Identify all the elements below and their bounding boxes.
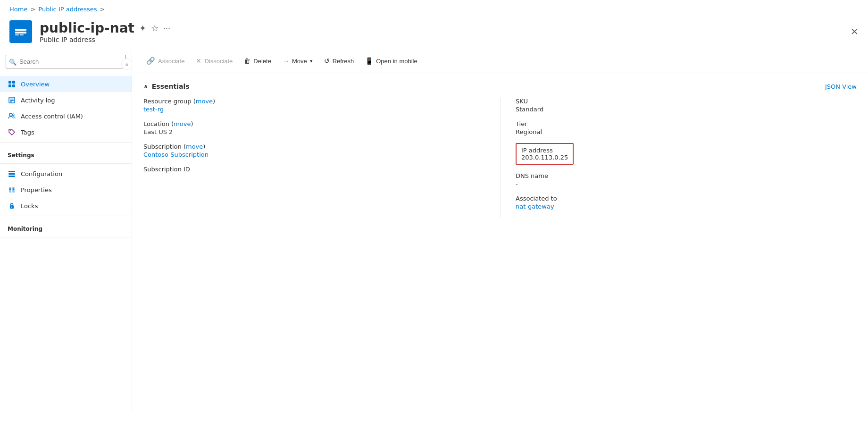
dns-name-field: DNS name - bbox=[516, 172, 857, 187]
resource-group-field: Resource group (move) test-rg bbox=[143, 98, 485, 113]
associate-label: Associate bbox=[158, 58, 184, 65]
delete-button[interactable]: 🗑 Delete bbox=[239, 54, 276, 67]
overview-label: Overview bbox=[21, 81, 50, 88]
locks-icon bbox=[8, 202, 16, 210]
collapse-icon: ∧ bbox=[143, 83, 148, 90]
open-mobile-label: Open in mobile bbox=[376, 58, 417, 65]
tier-field: Tier Regional bbox=[516, 120, 857, 135]
breadcrumb-public-ip[interactable]: Public IP addresses bbox=[38, 6, 97, 13]
resource-subtitle: Public IP address bbox=[40, 36, 170, 43]
svg-rect-5 bbox=[12, 81, 15, 84]
dissociate-icon: ✕ bbox=[196, 57, 201, 65]
sku-label: SKU bbox=[516, 98, 857, 105]
subscription-move-link[interactable]: move bbox=[186, 143, 203, 150]
associate-button[interactable]: 🔗 Associate bbox=[142, 54, 189, 68]
svg-rect-3 bbox=[20, 34, 24, 35]
sidebar-item-access-control[interactable]: Access control (IAM) bbox=[0, 108, 132, 124]
resource-group-value[interactable]: test-rg bbox=[143, 106, 485, 113]
svg-rect-11 bbox=[10, 101, 12, 102]
resource-title: public-ip-nat bbox=[40, 20, 134, 36]
location-value: East US 2 bbox=[143, 128, 485, 135]
locks-label: Locks bbox=[21, 202, 38, 210]
breadcrumb: Home > Public IP addresses > bbox=[0, 0, 868, 17]
subscription-field: Subscription (move) Contoso Subscription bbox=[143, 143, 485, 158]
move-chevron-icon: ▾ bbox=[310, 58, 313, 64]
ip-address-label: IP address bbox=[521, 147, 568, 154]
json-view-link[interactable]: JSON View bbox=[825, 83, 857, 90]
associated-to-field: Associated to nat-gateway bbox=[516, 195, 857, 210]
sidebar-item-activity-log[interactable]: Activity log bbox=[0, 92, 132, 108]
essentials-title: ∧ Essentials bbox=[143, 83, 190, 90]
mobile-icon: 📱 bbox=[365, 57, 373, 65]
more-button[interactable]: ··· bbox=[163, 23, 170, 33]
sidebar-item-properties[interactable]: Properties bbox=[0, 182, 132, 198]
move-icon: → bbox=[283, 57, 289, 65]
close-button[interactable]: ✕ bbox=[851, 26, 859, 37]
svg-rect-16 bbox=[8, 173, 15, 175]
sidebar-item-tags[interactable]: Tags bbox=[0, 124, 132, 140]
properties-label: Properties bbox=[21, 186, 52, 194]
svg-rect-1 bbox=[15, 32, 26, 34]
breadcrumb-sep2: > bbox=[100, 6, 105, 13]
tier-value: Regional bbox=[516, 128, 857, 135]
delete-icon: 🗑 bbox=[244, 57, 250, 65]
svg-rect-17 bbox=[8, 176, 15, 177]
dissociate-label: Dissociate bbox=[204, 58, 233, 65]
subscription-id-label: Subscription ID bbox=[143, 166, 485, 173]
breadcrumb-sep1: > bbox=[30, 6, 35, 13]
breadcrumb-home[interactable]: Home bbox=[9, 6, 27, 13]
svg-rect-10 bbox=[10, 100, 14, 101]
sidebar-item-locks[interactable]: Locks bbox=[0, 198, 132, 214]
associated-to-label: Associated to bbox=[516, 195, 857, 202]
move-label: Move bbox=[292, 58, 307, 65]
resource-group-move-link[interactable]: move bbox=[196, 98, 213, 105]
associated-to-value[interactable]: nat-gateway bbox=[516, 203, 857, 210]
monitoring-section-title: Monitoring bbox=[0, 218, 132, 235]
location-label: Location (move) bbox=[143, 120, 193, 127]
access-control-label: Access control (IAM) bbox=[21, 113, 83, 120]
configuration-icon bbox=[8, 169, 16, 178]
subscription-label: Subscription (move) bbox=[143, 143, 205, 150]
settings-section-title: Settings bbox=[0, 144, 132, 161]
dns-name-label: DNS name bbox=[516, 172, 857, 179]
pin-button[interactable]: ✦ bbox=[139, 23, 146, 34]
tier-label: Tier bbox=[516, 120, 857, 127]
svg-point-12 bbox=[9, 113, 12, 116]
svg-rect-0 bbox=[15, 29, 26, 31]
refresh-label: Refresh bbox=[333, 58, 354, 65]
toolbar: 🔗 Associate ✕ Dissociate 🗑 Delete → Move… bbox=[132, 49, 868, 73]
dissociate-button[interactable]: ✕ Dissociate bbox=[191, 54, 237, 67]
refresh-button[interactable]: ↺ Refresh bbox=[319, 54, 359, 67]
svg-rect-7 bbox=[12, 84, 15, 87]
open-mobile-button[interactable]: 📱 Open in mobile bbox=[360, 54, 422, 67]
subscription-value[interactable]: Contoso Subscription bbox=[143, 151, 485, 158]
search-input[interactable] bbox=[6, 55, 126, 68]
access-control-icon bbox=[8, 112, 16, 120]
sku-value: Standard bbox=[516, 106, 857, 113]
delete-label: Delete bbox=[253, 58, 271, 65]
header-text: public-ip-nat ✦ ☆ ··· Public IP address bbox=[40, 20, 170, 43]
essentials-header: ∧ Essentials JSON View bbox=[143, 83, 857, 90]
sidebar-item-configuration[interactable]: Configuration bbox=[0, 166, 132, 182]
resource-icon bbox=[9, 20, 32, 43]
svg-rect-22 bbox=[13, 188, 14, 189]
overview-icon bbox=[8, 80, 16, 88]
refresh-icon: ↺ bbox=[324, 57, 330, 65]
resource-group-label: Resource group (move) bbox=[143, 98, 215, 105]
associate-icon: 🔗 bbox=[146, 57, 155, 65]
essentials-title-text: Essentials bbox=[152, 83, 190, 90]
svg-rect-20 bbox=[9, 189, 11, 190]
subscription-id-field: Subscription ID bbox=[143, 166, 485, 173]
svg-point-14 bbox=[10, 130, 11, 131]
favorite-button[interactable]: ☆ bbox=[151, 23, 159, 34]
location-move-link[interactable]: move bbox=[174, 120, 191, 127]
activity-log-icon bbox=[8, 96, 16, 104]
sidebar-item-overview[interactable]: Overview bbox=[0, 76, 132, 92]
dns-name-value: - bbox=[516, 180, 857, 187]
location-field: Location (move) East US 2 bbox=[143, 120, 485, 135]
collapse-sidebar-button[interactable]: « bbox=[121, 59, 132, 70]
tags-icon bbox=[8, 128, 16, 136]
tags-label: Tags bbox=[21, 129, 34, 136]
move-button[interactable]: → Move ▾ bbox=[278, 54, 317, 67]
search-icon: 🔍 bbox=[9, 58, 17, 65]
